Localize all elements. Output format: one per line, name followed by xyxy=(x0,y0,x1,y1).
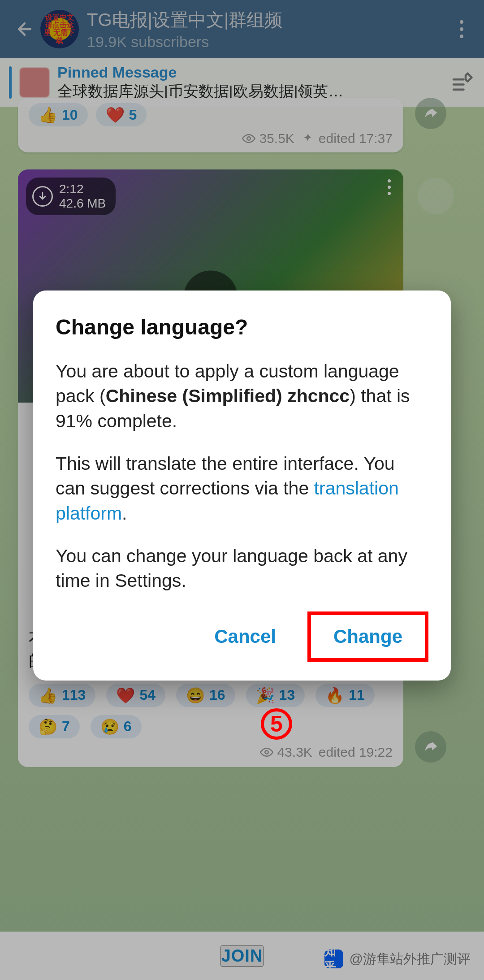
change-language-dialog: Change language? You are about to apply … xyxy=(33,291,451,681)
change-button[interactable]: Change xyxy=(320,619,416,655)
text-segment: You can change your language back at any… xyxy=(56,544,428,594)
cancel-button[interactable]: Cancel xyxy=(201,619,290,655)
annotation-highlight-box: Change xyxy=(307,611,428,662)
text-segment: . xyxy=(122,503,127,524)
annotation-step-number: 5 xyxy=(261,708,292,740)
dialog-actions: Cancel Change xyxy=(56,611,428,662)
dialog-title: Change language? xyxy=(56,315,428,339)
language-pack-name: Chinese (Simplified) zhcncc xyxy=(106,386,350,406)
dialog-body: You are about to apply a custom language… xyxy=(56,359,428,594)
